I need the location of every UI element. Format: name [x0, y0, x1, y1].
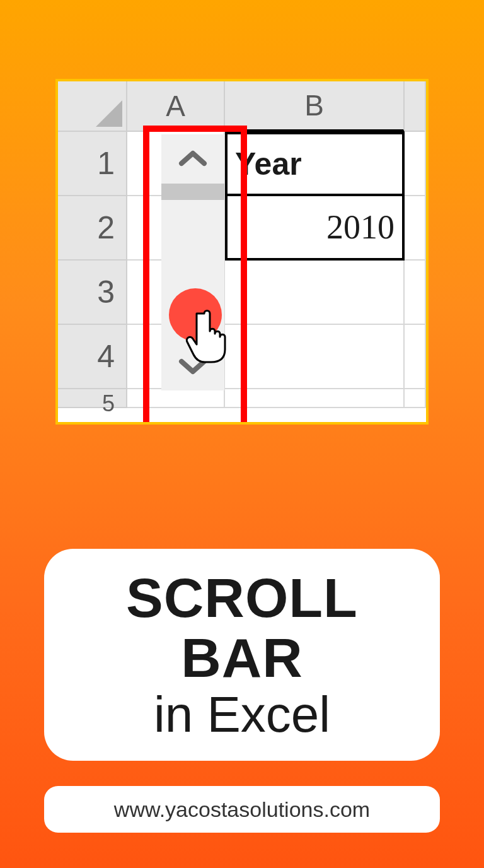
scrollbar-up-button[interactable] [161, 134, 224, 184]
column-header-c[interactable] [405, 81, 426, 132]
cell-a5[interactable] [127, 389, 225, 408]
hand-cursor-icon [185, 307, 234, 364]
row-header-2[interactable]: 2 [58, 196, 127, 261]
cell-c2[interactable] [405, 196, 426, 261]
cell-b1[interactable]: Year [225, 132, 405, 196]
row-header-1[interactable]: 1 [58, 132, 127, 196]
cell-c4[interactable] [405, 325, 426, 389]
column-header-a[interactable]: A [127, 81, 225, 132]
svg-marker-0 [96, 100, 122, 127]
column-header-row: A B [58, 81, 426, 132]
row-header-3[interactable]: 3 [58, 261, 127, 325]
cell-c3[interactable] [405, 261, 426, 325]
row-1: 1 Year [58, 132, 426, 196]
cell-b4[interactable] [225, 325, 405, 389]
row-3: 3 [58, 261, 426, 325]
website-url: www.yacostasolutions.com [114, 797, 370, 822]
title-card: SCROLL BAR in Excel [44, 549, 440, 761]
excel-screenshot: A B 1 Year 2 2010 3 4 [55, 79, 429, 425]
title-line-3: in Excel [154, 688, 330, 742]
select-all-corner[interactable] [58, 81, 127, 132]
column-header-b[interactable]: B [225, 81, 405, 132]
cell-b3[interactable] [225, 261, 405, 325]
select-all-triangle-icon [96, 100, 122, 127]
cell-c5[interactable] [405, 389, 426, 408]
row-header-5[interactable]: 5 [58, 389, 127, 408]
row-4: 4 [58, 325, 426, 389]
cell-c1[interactable] [405, 132, 426, 196]
title-line-1: SCROLL [126, 568, 358, 628]
chevron-up-icon [178, 150, 208, 168]
cell-b2[interactable]: 2010 [225, 196, 405, 261]
row-5: 5 [58, 389, 426, 408]
website-url-card: www.yacostasolutions.com [44, 786, 440, 833]
row-2: 2 2010 [58, 196, 426, 261]
spreadsheet-grid: A B 1 Year 2 2010 3 4 [58, 81, 426, 422]
row-header-4[interactable]: 4 [58, 325, 127, 389]
cell-b5[interactable] [225, 389, 405, 408]
title-line-2: BAR [181, 628, 303, 688]
scrollbar-thumb[interactable] [161, 184, 224, 200]
